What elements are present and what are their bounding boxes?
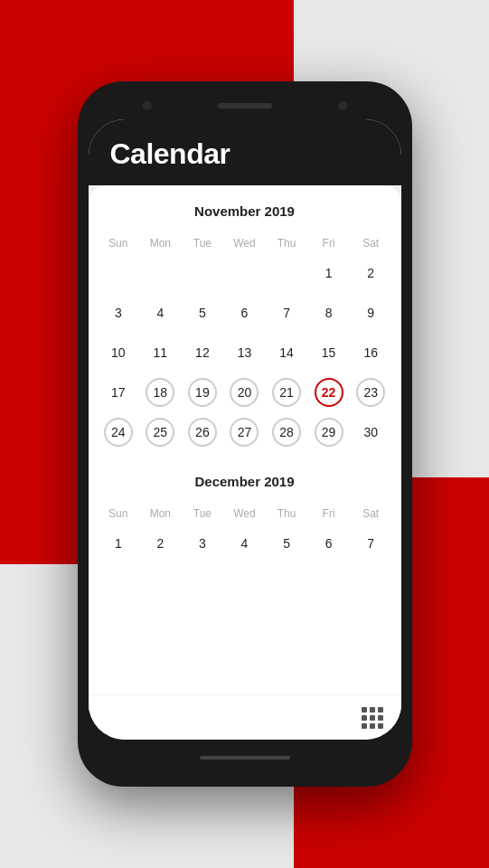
day-3-dec[interactable]: 3 — [188, 529, 217, 558]
day-6-dec[interactable]: 6 — [315, 529, 343, 558]
list-item[interactable]: 17 — [98, 373, 140, 412]
day-21-nov[interactable]: 21 — [272, 378, 301, 407]
day-1-nov[interactable]: 1 — [315, 259, 343, 288]
day-9-nov[interactable]: 9 — [356, 298, 385, 327]
list-item[interactable]: 20 — [223, 373, 266, 412]
list-item[interactable]: 24 — [98, 412, 140, 452]
table-row: 24252627282930 — [98, 412, 392, 452]
day-17-nov[interactable]: 17 — [104, 378, 133, 407]
day-4-dec[interactable]: 4 — [230, 529, 259, 558]
list-item[interactable] — [139, 253, 182, 293]
list-item[interactable]: 7 — [350, 524, 392, 563]
day-5-dec[interactable]: 5 — [272, 529, 301, 558]
day-4-nov[interactable]: 4 — [146, 298, 174, 327]
day-15-nov[interactable]: 15 — [315, 338, 343, 367]
day-19-nov[interactable]: 19 — [188, 378, 217, 407]
list-item[interactable]: 2 — [350, 253, 392, 293]
phone-camera-right — [338, 101, 347, 110]
list-item[interactable]: 29 — [307, 412, 350, 452]
list-item[interactable]: 23 — [350, 373, 392, 412]
day-7-dec[interactable]: 7 — [356, 529, 385, 558]
list-item[interactable] — [223, 253, 266, 293]
list-item[interactable]: 6 — [223, 293, 266, 333]
list-item[interactable]: 9 — [350, 293, 392, 333]
list-item[interactable]: 28 — [266, 412, 308, 452]
list-item[interactable]: 1 — [98, 524, 140, 563]
phone-frame: Calendar November 2019 Sun Mon Tue Wed T… — [78, 81, 412, 787]
list-item[interactable]: 7 — [266, 293, 308, 333]
list-item[interactable] — [266, 253, 308, 293]
list-item[interactable]: 3 — [182, 524, 224, 563]
day-3-nov[interactable]: 3 — [104, 298, 133, 327]
day-28-nov[interactable]: 28 — [272, 418, 301, 447]
day-27-nov[interactable]: 27 — [230, 418, 259, 447]
day-2-dec[interactable]: 2 — [146, 529, 174, 558]
day-20-nov[interactable]: 20 — [230, 378, 259, 407]
grid-dot-3 — [378, 707, 383, 712]
list-item[interactable]: 4 — [223, 524, 266, 563]
list-item[interactable]: 8 — [307, 293, 350, 333]
grid-dot-8 — [370, 723, 375, 729]
day-18-nov[interactable]: 18 — [146, 378, 174, 407]
list-item[interactable]: 11 — [139, 333, 182, 373]
list-item[interactable]: 27 — [223, 412, 266, 452]
col-mon-nov: Mon — [139, 233, 182, 253]
list-item[interactable]: 6 — [307, 524, 350, 563]
day-10-nov[interactable]: 10 — [104, 338, 133, 367]
phone-home-indicator — [200, 756, 290, 760]
app-title: Calendar — [110, 137, 380, 171]
grid-dot-9 — [378, 723, 383, 729]
list-item[interactable]: 16 — [350, 333, 392, 373]
list-item[interactable]: 22 — [307, 373, 350, 412]
col-sat-nov: Sat — [350, 233, 392, 253]
list-item[interactable]: 4 — [139, 293, 182, 333]
day-12-nov[interactable]: 12 — [188, 338, 217, 367]
day-16-nov[interactable]: 16 — [356, 338, 385, 367]
december-grid: Sun Mon Tue Wed Thu Fri Sat 1234567 — [98, 504, 392, 563]
day-1-dec[interactable]: 1 — [104, 529, 133, 558]
list-item[interactable]: 26 — [182, 412, 224, 452]
day-29-nov[interactable]: 29 — [315, 418, 343, 447]
day-25-nov[interactable]: 25 — [146, 418, 174, 447]
list-item[interactable]: 18 — [139, 373, 182, 412]
grid-dot-4 — [362, 715, 367, 721]
day-23-nov[interactable]: 23 — [356, 378, 385, 407]
list-item[interactable] — [98, 253, 140, 293]
list-item[interactable]: 25 — [139, 412, 182, 452]
day-22-nov[interactable]: 22 — [315, 378, 343, 407]
day-6-nov[interactable]: 6 — [230, 298, 259, 327]
list-item[interactable]: 14 — [266, 333, 308, 373]
day-8-nov[interactable]: 8 — [315, 298, 343, 327]
list-item[interactable]: 2 — [139, 524, 182, 563]
col-tue-nov: Tue — [182, 233, 224, 253]
day-11-nov[interactable]: 11 — [146, 338, 174, 367]
list-item[interactable]: 1 — [307, 253, 350, 293]
list-item[interactable]: 3 — [98, 293, 140, 333]
grid-dot-2 — [370, 707, 375, 712]
day-30-nov[interactable]: 30 — [356, 418, 385, 447]
list-item[interactable] — [182, 253, 224, 293]
day-14-nov[interactable]: 14 — [272, 338, 301, 367]
day-26-nov[interactable]: 26 — [188, 418, 217, 447]
list-item[interactable]: 10 — [98, 333, 140, 373]
list-item[interactable]: 5 — [182, 293, 224, 333]
grid-icon[interactable] — [362, 707, 383, 729]
list-item[interactable]: 30 — [350, 412, 392, 452]
col-sun-dec: Sun — [98, 504, 140, 524]
day-13-nov[interactable]: 13 — [230, 338, 259, 367]
grid-dot-6 — [378, 715, 383, 721]
day-24-nov[interactable]: 24 — [104, 418, 133, 447]
day-2-nov[interactable]: 2 — [356, 259, 385, 288]
list-item[interactable]: 12 — [182, 333, 224, 373]
list-item[interactable]: 5 — [266, 524, 308, 563]
list-item[interactable]: 19 — [182, 373, 224, 412]
app-header: Calendar — [89, 119, 401, 185]
calendar-card: November 2019 Sun Mon Tue Wed Thu Fri Sa… — [89, 185, 401, 733]
list-item[interactable]: 13 — [223, 333, 266, 373]
day-5-nov[interactable]: 5 — [188, 298, 217, 327]
list-item[interactable]: 15 — [307, 333, 350, 373]
col-fri-nov: Fri — [307, 233, 350, 253]
list-item[interactable]: 21 — [266, 373, 308, 412]
day-7-nov[interactable]: 7 — [272, 298, 301, 327]
screen: Calendar November 2019 Sun Mon Tue Wed T… — [89, 119, 401, 740]
